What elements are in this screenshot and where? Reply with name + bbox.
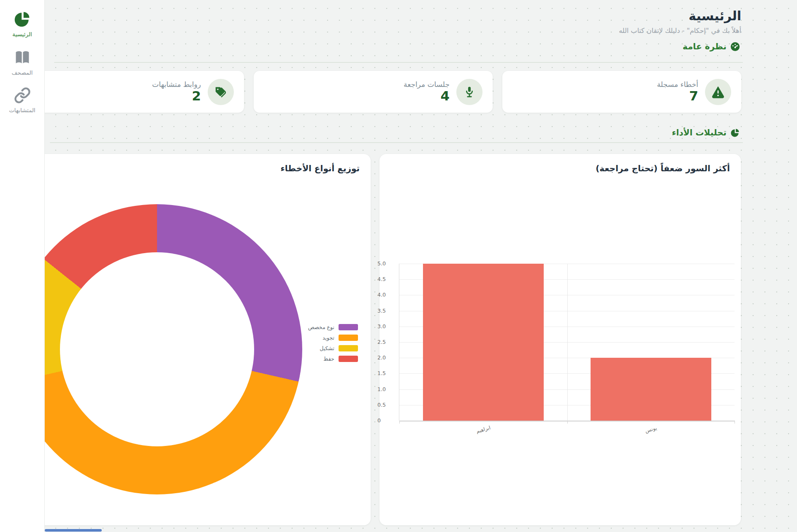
donut-chart[interactable] [12,204,302,494]
legend-label: تجويد [323,335,334,341]
sidebar-item-home[interactable]: الرئيسية [12,10,32,38]
legend-item[interactable]: تجويد [308,335,358,341]
legend-label: نوع مخصص [308,324,334,330]
stat-value: 7 [689,89,698,103]
sidebar-item-label: الرئيسية [12,31,32,38]
x-axis-tick-label: يونس [626,420,676,440]
open-book-icon [14,49,31,66]
y-axis-tick-label: 4.0 [377,292,394,298]
donut-legend: نوع مخصصتجويدتشكيلحفظ [308,324,358,362]
y-axis-tick-label: 1.5 [377,370,394,376]
y-axis-tick-label: 0 [377,417,394,424]
y-axis-tick-label: 3.5 [377,308,394,314]
legend-swatch [339,324,358,330]
legend-swatch [339,345,358,351]
axis-tick [399,421,400,424]
bar-2[interactable] [591,358,711,421]
y-axis-tick-label: 2.0 [377,354,394,361]
bar-chart-title: أكثر السور ضعفاً (تحتاج مراجعة) [596,163,730,173]
axis-tick [735,421,735,424]
legend-swatch [339,335,358,341]
warning-icon [705,79,731,105]
y-axis-tick-label: 3.0 [377,323,394,329]
legend-label: حفظ [323,356,334,362]
stat-value: 4 [440,89,450,103]
overview-section-header: نظرة عامة [683,41,740,51]
legend-item[interactable]: حفظ [308,356,358,362]
donut-hole [60,252,254,446]
section-title: نظرة عامة [683,41,727,51]
x-axis-tick-label: ابراهيم [458,420,508,440]
bar-chart[interactable]: 5.04.54.03.53.02.52.01.51.00.50ابراهيميو… [399,264,735,421]
gauge-icon [730,42,740,51]
stat-card-errors: أخطاء مسجلة 7 [502,71,741,113]
sidebar-item-label: المتشابهات [9,107,35,113]
pie-chart-icon [14,10,31,28]
y-axis-tick-label: 0.5 [377,402,394,408]
category-gridline [567,264,568,423]
stat-card-sessions: جلسات مراجعة 4 [254,71,493,113]
dashboard-screen: الرئيسية المصحف المتشابهات الرئيسية أهلا… [0,0,797,532]
bar-1[interactable] [423,264,544,421]
stat-label: أخطاء مسجلة [657,80,698,89]
link-icon [14,87,31,104]
y-axis-tick-label: 4.5 [377,276,394,282]
section-title: تحليلات الأداء [672,127,727,138]
legend-label: تشكيل [320,345,334,351]
y-axis-tick-label: 2.5 [377,339,394,345]
stat-label: روابط متشابهات [152,80,201,89]
axis-tick [567,421,568,424]
error-types-panel: توزيع أنواع الأخطاء نوع مخصصتجويدتشكيلحف… [4,154,371,525]
y-axis-tick-label: 5.0 [377,260,394,267]
pie-chart-icon [730,128,740,138]
page-subtitle: أهلاً بك في "إحكام" - دليلك لإتقان كتاب … [619,27,741,35]
sidebar-item-mushaf[interactable]: المصحف [11,49,33,76]
horizontal-scrollbar-thumb[interactable] [45,529,102,532]
tags-icon [208,79,234,105]
weak-surahs-panel: أكثر السور ضعفاً (تحتاج مراجعة) 5.04.54.… [380,154,741,525]
page-title: الرئيسية [689,8,741,23]
legend-item[interactable]: تشكيل [308,345,358,351]
sidebar: الرئيسية المصحف المتشابهات [0,0,45,532]
stat-value: 2 [192,89,201,103]
sidebar-item-mutashabihat[interactable]: المتشابهات [9,87,35,113]
analytics-section-header: تحليلات الأداء [672,127,740,138]
sidebar-item-label: المصحف [11,69,33,76]
y-axis-tick-label: 1.0 [377,386,394,392]
legend-swatch [339,356,358,362]
microphone-icon [456,79,483,105]
legend-item[interactable]: نوع مخصص [308,324,358,330]
stat-label: جلسات مراجعة [404,80,450,89]
divider [54,62,743,63]
donut-chart-title: توزيع أنواع الأخطاء [281,163,360,173]
divider [50,142,743,143]
